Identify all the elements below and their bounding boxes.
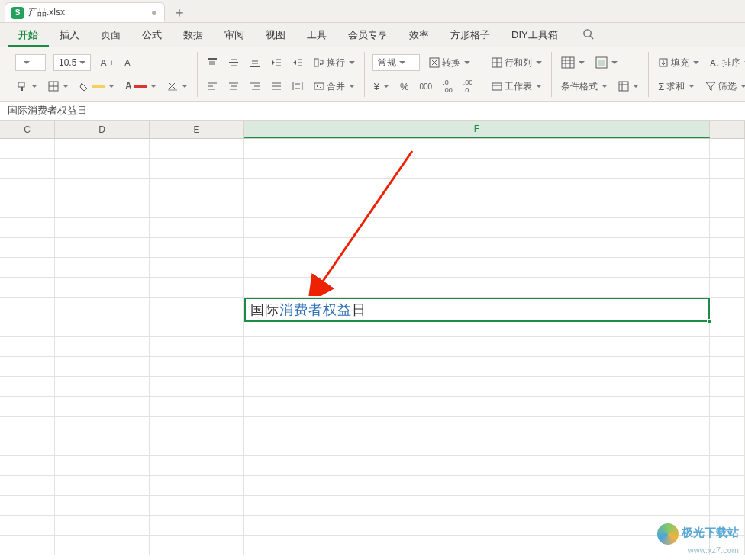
svg-rect-3 <box>21 87 23 91</box>
formula-bar[interactable]: 国际消费者权益日 <box>0 102 745 121</box>
menu-tools[interactable]: 工具 <box>296 24 337 47</box>
unsaved-dot-icon <box>152 11 156 15</box>
menu-bar: 开始 插入 页面 公式 数据 审阅 视图 工具 会员专享 效率 方形格子 DIY… <box>0 23 745 47</box>
watermark: 极光下载站 www.xz7.com <box>657 523 739 555</box>
group-alignment: 换行 合并 <box>198 52 365 97</box>
table-style-button[interactable] <box>560 55 586 70</box>
group-number: 常规 转换 ¥ % 000 .0.00 .00.0 <box>365 52 483 97</box>
menu-insert[interactable]: 插入 <box>49 24 90 47</box>
sort-button[interactable]: A↓排序 <box>708 55 745 71</box>
align-bottom-button[interactable] <box>248 56 262 69</box>
align-left-button[interactable] <box>205 79 219 93</box>
increase-decimal-button[interactable]: .0.00 <box>441 77 454 95</box>
table-row[interactable] <box>0 179 745 198</box>
search-icon[interactable] <box>576 25 600 45</box>
format-painter-button[interactable] <box>15 79 39 93</box>
decrease-decimal-button[interactable]: .00.0 <box>462 77 475 95</box>
col-header-e[interactable]: E <box>150 121 244 138</box>
grid-rows[interactable] <box>0 139 745 555</box>
table-row[interactable] <box>0 159 745 179</box>
svg-rect-40 <box>314 83 324 89</box>
borders-button[interactable] <box>47 79 70 93</box>
file-tab[interactable]: S 产品.xlsx <box>5 2 165 22</box>
svg-rect-54 <box>619 82 628 91</box>
table-row[interactable] <box>0 456 745 476</box>
justify-button[interactable] <box>269 79 283 93</box>
fill-button[interactable]: 填充 <box>656 55 701 71</box>
svg-line-1 <box>590 36 593 39</box>
sum-button[interactable]: Σ求和 <box>656 79 696 95</box>
number-format-select[interactable]: 常规 <box>372 54 420 71</box>
table-row[interactable] <box>0 417 745 436</box>
table-row[interactable] <box>0 377 745 397</box>
svg-rect-47 <box>562 57 574 68</box>
table-row[interactable] <box>0 198 745 218</box>
clear-formatting-button[interactable] <box>166 79 189 93</box>
fill-color-button[interactable] <box>78 79 116 93</box>
file-name: 产品.xlsx <box>28 6 65 19</box>
rows-cols-button[interactable]: 行和列 <box>490 55 543 71</box>
menu-start[interactable]: 开始 <box>8 24 49 47</box>
table-row[interactable] <box>0 516 745 536</box>
menu-data[interactable]: 数据 <box>173 24 214 47</box>
font-family-select[interactable] <box>15 54 46 71</box>
table-row[interactable] <box>0 238 745 258</box>
menu-fanggezi[interactable]: 方形格子 <box>440 24 501 47</box>
filter-button[interactable]: 筛选 <box>704 79 745 95</box>
font-size-select[interactable]: 10.5 <box>53 54 91 71</box>
conditional-format-button[interactable]: 条件格式 <box>560 79 609 95</box>
increase-indent-button[interactable] <box>291 56 305 69</box>
table-row[interactable] <box>0 536 745 555</box>
merge-button[interactable]: 合并 <box>312 79 356 95</box>
svg-rect-53 <box>598 60 605 66</box>
menu-view[interactable]: 视图 <box>255 24 296 47</box>
menu-review[interactable]: 审阅 <box>214 24 255 47</box>
currency-button[interactable]: ¥ <box>372 79 391 94</box>
distribute-button[interactable] <box>291 79 305 93</box>
table-row[interactable] <box>0 496 745 516</box>
col-header-f[interactable]: F <box>244 121 710 138</box>
cell-text-part-3: 日 <box>352 301 366 319</box>
font-color-button[interactable]: A <box>124 79 158 93</box>
percent-button[interactable]: % <box>398 79 411 94</box>
table-row[interactable] <box>0 436 745 456</box>
menu-member[interactable]: 会员专享 <box>337 24 398 47</box>
align-right-button[interactable] <box>248 79 262 93</box>
menu-formula[interactable]: 公式 <box>131 24 173 47</box>
fill-handle[interactable] <box>707 319 711 323</box>
active-cell[interactable]: 国际消费者权益日 <box>244 298 710 322</box>
group-font: 10.5 A+ A- A <box>8 52 198 97</box>
svg-rect-2 <box>18 82 24 87</box>
tab-strip: S 产品.xlsx ＋ <box>0 0 745 23</box>
table-row[interactable] <box>0 258 745 278</box>
col-header-c[interactable]: C <box>0 121 55 138</box>
align-center-button[interactable] <box>227 79 240 93</box>
cell-style-button[interactable] <box>594 55 619 70</box>
table-row[interactable] <box>0 476 745 496</box>
align-top-button[interactable] <box>205 56 219 69</box>
convert-button[interactable]: 转换 <box>427 55 472 71</box>
menu-efficiency[interactable]: 效率 <box>398 24 440 47</box>
col-header-g[interactable] <box>710 121 745 138</box>
increase-font-button[interactable]: A+ <box>98 56 115 70</box>
menu-page[interactable]: 页面 <box>90 24 131 47</box>
thousands-button[interactable]: 000 <box>418 81 434 92</box>
table-row[interactable] <box>0 337 745 357</box>
group-editing: 填充 A↓排序 Σ求和 筛选 <box>649 52 745 97</box>
table-row[interactable] <box>0 218 745 238</box>
table-row[interactable] <box>0 139 745 159</box>
wrap-text-button[interactable]: 换行 <box>312 55 356 71</box>
decrease-indent-button[interactable] <box>269 56 283 69</box>
new-tab-button[interactable]: ＋ <box>169 2 189 22</box>
table-row[interactable] <box>0 278 745 298</box>
ribbon: 10.5 A+ A- A 换行 合并 <box>0 47 745 102</box>
freeze-pane-button[interactable] <box>617 79 640 93</box>
worksheet-button[interactable]: 工作表 <box>490 79 543 95</box>
menu-diy[interactable]: DIY工具箱 <box>501 24 569 47</box>
table-row[interactable] <box>0 397 745 417</box>
col-header-d[interactable]: D <box>55 121 150 138</box>
formula-bar-value: 国际消费者权益日 <box>8 105 87 117</box>
decrease-font-button[interactable]: A- <box>123 56 136 69</box>
table-row[interactable] <box>0 357 745 377</box>
align-middle-button[interactable] <box>227 56 240 69</box>
